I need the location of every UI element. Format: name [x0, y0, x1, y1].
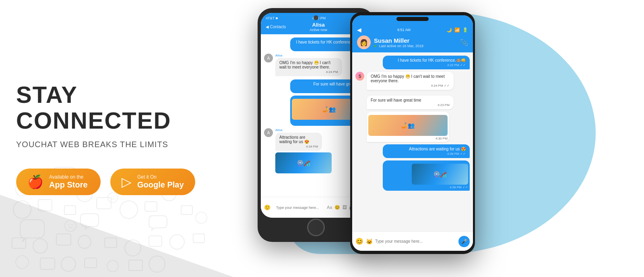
emoji-icon-right[interactable]: 😊: [355, 237, 363, 245]
msg-row-r1: S OMG I'm so happy 😁 I can't wait to mee…: [355, 72, 470, 92]
msg-avatar-susan: S: [355, 72, 364, 81]
contact-info-left: Alisa Active now: [289, 22, 348, 32]
status-bar-right: ◀ 9:51 AM 🌙 📶 🔋: [357, 27, 468, 33]
contact-name-right: Susan Miller: [374, 37, 457, 44]
back-icon-right[interactable]: ◀: [357, 27, 361, 33]
chat-messages-right: I have tickets for HK conference.🙈👊 4:22…: [352, 52, 473, 240]
msg-sent-r1: I have tickets for HK conference.🙈👊 4:22…: [383, 56, 470, 69]
msg-time-rr2: 4:23 PM: [371, 103, 450, 107]
msg-received-img-r: 🤳👥 4:30 PM: [367, 112, 449, 142]
left-content: STAY CONNECTED YOUCHAT WEB BREAKS THE LI…: [0, 0, 225, 277]
msg-time-rr3: 4:30 PM: [368, 137, 448, 140]
googleplay-large-label: Google Play: [137, 180, 184, 190]
msg-received-r2: For sure will have great time 4:23 PM: [367, 96, 454, 109]
msg-sent-img-r: 🎡🎢 4:28 PM ✓✓: [383, 160, 470, 191]
wifi-icon: 🌙: [446, 27, 452, 33]
battery-icon: 🔋: [462, 27, 468, 33]
time-right: 9:51 AM: [397, 28, 411, 32]
msg-time-rr1: 4:24 PM ✓✓: [371, 84, 450, 87]
attraction-image-right: 🎡🎢: [412, 164, 468, 185]
msg-time-r-3: 4:28 PM ✓✓: [384, 185, 468, 189]
msg-received-r1: OMG I'm so happy 😁 I can't wait to meet …: [367, 72, 454, 90]
msg-received-1: OMG I'm so happy 😁 I can't wait to meet …: [275, 58, 342, 76]
message-input-left[interactable]: [273, 204, 324, 211]
text-icon[interactable]: Aa: [327, 205, 332, 210]
online-indicator: [374, 45, 376, 47]
contact-name-left: Alisa: [289, 22, 348, 28]
msg-avatar-alisa: A: [264, 54, 273, 62]
signal-icon: 📶: [454, 27, 460, 33]
mic-button-right[interactable]: 🎤: [458, 236, 470, 247]
page-headline: STAY CONNECTED: [16, 82, 225, 133]
googleplay-text: Get it On Google Play: [137, 174, 184, 190]
attach-icon-right[interactable]: 📎: [460, 39, 468, 46]
store-buttons: 🍎 Available on the App Store ▷ Get it On…: [16, 169, 225, 195]
googleplay-small-label: Get it On: [137, 174, 157, 180]
msg-time-r1: 4:24 PM: [279, 70, 338, 74]
message-input-right[interactable]: [375, 239, 456, 244]
image-icon[interactable]: 🖼: [343, 205, 347, 210]
contact-bar-right: 👩 Susan Miller Last active on 16 Mar, 20…: [357, 35, 468, 49]
phone-right: ◀ 9:51 AM 🌙 📶 🔋 👩 Susan Miller: [350, 12, 475, 254]
phone-right-body: ◀ 9:51 AM 🌙 📶 🔋 👩 Susan Miller: [350, 12, 475, 254]
emoji-picker-icon[interactable]: 😊: [334, 205, 340, 210]
msg-sent-r2: Attractions are waiting for us 😍 4:28 PM…: [383, 144, 470, 158]
phone-right-screen: ◀ 9:51 AM 🌙 📶 🔋 👩 Susan Miller: [352, 15, 473, 251]
right-content: AT&T ■ 4:38 PM ▮▮▮ ◀ Contacts Alisa Acti…: [242, 0, 644, 277]
attraction-image: 🎡🎢: [275, 152, 332, 173]
carrier-signal: AT&T ■: [266, 16, 278, 20]
emoji-icon-left[interactable]: 🙂: [264, 204, 270, 210]
msg-time-r2: 4:34 PM: [279, 145, 318, 148]
msg-received-2: Attractions are waiting for us 😍 4:34 PM: [275, 133, 322, 151]
selfie-image-right: 🤳👥: [368, 115, 448, 136]
back-button-left[interactable]: ◀ Contacts: [266, 25, 286, 29]
msg-avatar-alisa-2: A: [264, 128, 273, 137]
contact-status-left: Active now: [289, 28, 348, 32]
appstore-large-label: App Store: [49, 180, 88, 190]
chat-input-area-right: 😊 🐱 🎤: [352, 231, 473, 251]
page-subheadline: YOUCHAT WEB BREAKS THE LIMITS: [16, 140, 225, 149]
apple-icon: 🍎: [27, 175, 43, 188]
contact-avatar-right: 👩: [357, 35, 371, 49]
googleplay-button[interactable]: ▷ Get it On Google Play: [110, 169, 195, 195]
sticker-icon-right[interactable]: 🐱: [366, 238, 373, 245]
home-button-left[interactable]: [307, 219, 325, 236]
appstore-text: Available on the App Store: [49, 174, 88, 190]
contact-status-right: Last active on 16 Mar, 2018: [374, 44, 457, 48]
msg-time-r-2: 4:28 PM ✓✓: [387, 152, 466, 156]
msg-sender-label-2: Alisa: [275, 128, 340, 132]
msg-time-r-1: 4:22 PM ✓✓: [387, 63, 466, 67]
appstore-small-label: Available on the: [49, 174, 83, 180]
phone-left-notch: [314, 15, 318, 20]
appstore-button[interactable]: 🍎 Available on the App Store: [16, 169, 101, 195]
play-icon: ▷: [122, 175, 132, 188]
phone-right-notch: [396, 17, 429, 21]
